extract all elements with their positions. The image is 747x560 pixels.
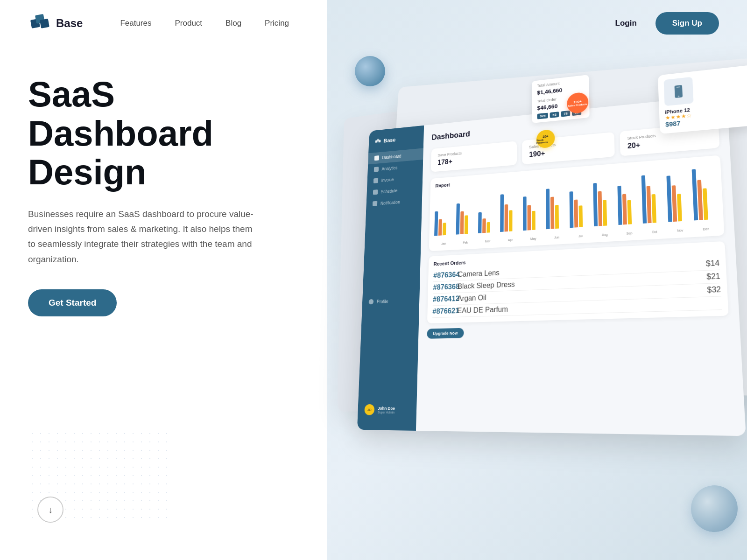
orders-table: #876364Camera Lens$14#876368Black Sleep … bbox=[432, 257, 722, 318]
chart-label-Dec: Dec bbox=[694, 227, 718, 231]
hero-title-line2: Design bbox=[28, 152, 146, 192]
stat-card-sales-products: Sales Products 190+ bbox=[522, 132, 614, 164]
bar-group-Aug bbox=[593, 182, 615, 227]
bar-orange-Feb bbox=[460, 211, 464, 234]
product-image bbox=[664, 77, 694, 106]
sidebar-logo-text: Base bbox=[383, 136, 395, 143]
get-started-button[interactable]: Get Started bbox=[28, 289, 117, 316]
nav-blog[interactable]: Blog bbox=[226, 19, 241, 28]
header: Base Features Product Blog Pricing Login… bbox=[0, 0, 747, 47]
bar-orange-Aug bbox=[598, 191, 602, 226]
bar-blue-May bbox=[523, 196, 527, 231]
chart-label-Mar: Mar bbox=[478, 239, 498, 243]
bar-yellow-Dec bbox=[703, 188, 708, 220]
order-price: $32 bbox=[705, 285, 721, 294]
nav-product[interactable]: Product bbox=[175, 19, 202, 28]
bar-blue-Dec bbox=[692, 169, 698, 220]
bar-blue-Jun bbox=[546, 189, 550, 229]
profile-role: Super Admin bbox=[378, 410, 395, 413]
order-id: #876412 bbox=[433, 295, 454, 304]
order-id: #876364 bbox=[433, 271, 455, 280]
chart-section: Report JanFebMarAprMayJunJulAugSepOctNov… bbox=[429, 155, 725, 251]
chart-label-Nov: Nov bbox=[669, 228, 691, 233]
bar-yellow-Jul bbox=[579, 205, 583, 227]
notification-icon bbox=[373, 201, 377, 206]
bar-orange-Nov bbox=[672, 185, 677, 222]
scroll-indicator[interactable]: ↓ bbox=[37, 497, 63, 523]
bar-yellow-Oct bbox=[652, 194, 656, 223]
bar-blue-Jan bbox=[434, 211, 438, 236]
upgrade-button[interactable]: Upgrade Now bbox=[427, 328, 464, 339]
orange-badge-label: Sales Products bbox=[568, 103, 587, 107]
profile-name: John Doe bbox=[378, 406, 395, 411]
bar-blue-Feb bbox=[456, 203, 459, 235]
hero-section: SaaS Dashboard Design Businesses require… bbox=[28, 75, 289, 316]
logo[interactable]: Base bbox=[28, 12, 83, 35]
scroll-arrow: ↓ bbox=[48, 504, 53, 515]
chart-label-May: May bbox=[523, 237, 543, 241]
bar-blue-Aug bbox=[593, 183, 598, 226]
bar-group-Apr bbox=[500, 193, 521, 232]
bar-group-Jul bbox=[570, 190, 591, 228]
chart-label-Sep: Sep bbox=[619, 231, 641, 236]
chart-label-Jan: Jan bbox=[434, 242, 453, 246]
chart-label-Jun: Jun bbox=[546, 235, 567, 239]
bar-orange-Jan bbox=[438, 219, 442, 236]
bar-blue-Sep bbox=[617, 186, 622, 225]
bar-orange-May bbox=[528, 205, 531, 231]
bar-orange-Jul bbox=[574, 199, 578, 227]
bar-group-Jan bbox=[434, 210, 454, 236]
avatar: JD bbox=[364, 404, 374, 415]
order-id: #876621 bbox=[432, 307, 454, 316]
bar-yellow-Mar bbox=[486, 222, 490, 233]
bar-blue-Apr bbox=[500, 194, 504, 232]
logo-icon bbox=[28, 12, 51, 35]
dashboard-mockup: Base Dashboard Analytics Invoice Schedul… bbox=[319, 27, 747, 560]
bar-yellow-Apr bbox=[509, 210, 513, 231]
bar-orange-Sep bbox=[622, 194, 627, 224]
bar-group-Nov bbox=[667, 174, 691, 222]
stat-card-save-products: Save Products 178+ bbox=[431, 141, 517, 172]
invoice-icon bbox=[374, 178, 378, 183]
bar-yellow-Jun bbox=[555, 205, 559, 229]
bar-group-Sep bbox=[617, 184, 640, 225]
bar-group-Dec bbox=[692, 168, 718, 220]
sidebar-item-profile[interactable]: Profile bbox=[362, 294, 420, 308]
hero-title-line1: SaaS Dashboard bbox=[28, 74, 213, 153]
orders-section: Recent Orders #876364Camera Lens$14#8763… bbox=[427, 241, 729, 323]
bar-blue-Mar bbox=[478, 212, 482, 233]
bar-group-Jun bbox=[546, 188, 567, 229]
schedule-icon bbox=[373, 189, 378, 195]
svg-rect-5 bbox=[378, 140, 381, 142]
bar-yellow-Nov bbox=[677, 194, 682, 222]
sidebar-logo-icon bbox=[375, 138, 381, 145]
nav-pricing[interactable]: Pricing bbox=[265, 19, 289, 28]
order-price: $14 bbox=[704, 259, 720, 268]
bar-yellow-Jan bbox=[443, 223, 446, 235]
dashboard-content: Dashboard Search Save Products 178+ Sale… bbox=[416, 94, 746, 436]
badge-78: 78 bbox=[561, 111, 570, 117]
bar-orange-Apr bbox=[505, 204, 508, 232]
phone-icon bbox=[670, 84, 686, 99]
order-price: $21 bbox=[705, 272, 720, 281]
login-button[interactable]: Login bbox=[615, 19, 637, 28]
bar-blue-Oct bbox=[641, 175, 647, 224]
nav-features[interactable]: Features bbox=[120, 19, 151, 28]
yellow-badge-label: Stock Products bbox=[536, 137, 555, 144]
bar-orange-Mar bbox=[482, 218, 486, 233]
signup-button[interactable]: Sign Up bbox=[655, 12, 719, 35]
svg-rect-2 bbox=[40, 19, 49, 28]
bar-group-Mar bbox=[478, 211, 498, 233]
chart-label-Feb: Feb bbox=[456, 240, 475, 245]
bar-group-Oct bbox=[641, 174, 665, 224]
bar-blue-Nov bbox=[667, 175, 672, 222]
bar-blue-Jul bbox=[570, 191, 574, 228]
badge-53: 53 bbox=[550, 112, 559, 118]
bar-yellow-Feb bbox=[465, 215, 468, 234]
analytics-icon bbox=[374, 167, 379, 172]
bar-yellow-May bbox=[532, 211, 536, 230]
chart-label-Aug: Aug bbox=[594, 232, 615, 237]
bar-yellow-Aug bbox=[603, 200, 607, 226]
chart-label-Jul: Jul bbox=[570, 234, 592, 238]
bar-yellow-Sep bbox=[627, 200, 632, 224]
